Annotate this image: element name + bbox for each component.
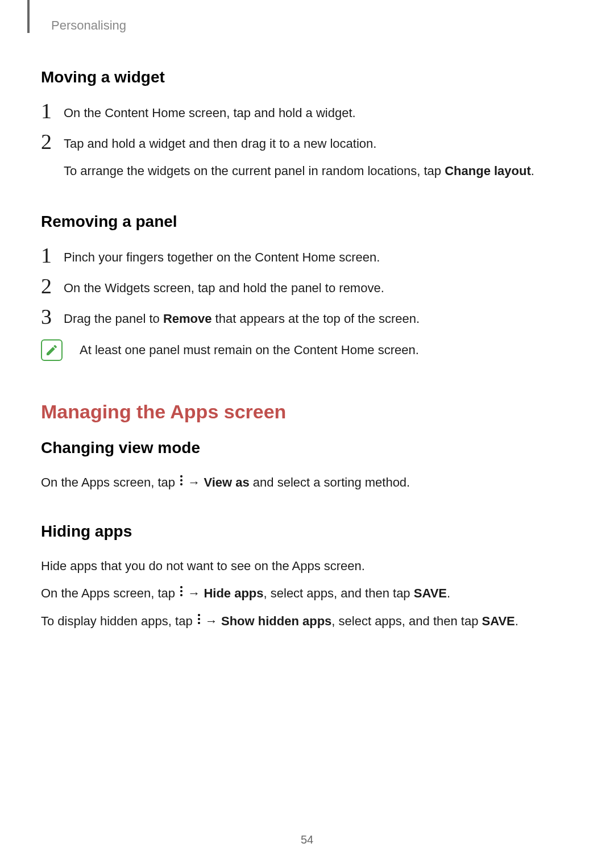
header-tab-marker [27,0,30,33]
ha2-arrow: → [184,586,204,600]
more-options-icon [179,472,184,492]
step-text: On the Widgets screen, tap and hold the … [64,277,564,298]
heading-hiding-apps: Hiding apps [41,522,564,541]
step-sub-post: . [531,164,534,178]
hiding-apps-line2: On the Apps screen, tap → Hide apps, sel… [41,584,564,604]
svg-point-1 [180,479,182,481]
ha3-bold2: SAVE [482,614,515,628]
cvm-bold: View as [204,475,249,489]
ha3-arrow: → [202,614,221,628]
step-text-bold: Remove [163,312,212,326]
heading-managing-apps: Managing the Apps screen [41,401,564,423]
page-number: 54 [0,833,614,846]
note-row: At least one panel must remain on the Co… [41,339,564,361]
step-text: Tap and hold a widget and then drag it t… [64,133,564,181]
step-3-removing-panel: 3 Drag the panel to Remove that appears … [41,308,564,329]
more-options-icon [196,611,202,630]
step-number: 3 [41,306,64,327]
step-number: 2 [41,131,64,152]
changing-view-mode-text: On the Apps screen, tap → View as and se… [41,473,564,493]
cvm-post: and select a sorting method. [250,475,410,489]
step-2-moving-widget: 2 Tap and hold a widget and then drag it… [41,133,564,181]
step-number: 2 [41,275,64,297]
svg-point-0 [180,475,182,477]
ha3-mid: , select apps, and then tap [331,614,482,628]
ha2-bold: Hide apps [204,586,263,600]
svg-point-4 [180,590,182,592]
svg-point-6 [198,614,200,616]
step-number: 1 [41,100,64,122]
ha2-pre: On the Apps screen, tap [41,586,179,600]
svg-point-7 [198,618,200,620]
page-content: Moving a widget 1 On the Content Home sc… [41,57,564,639]
step-sub-pre: To arrange the widgets on the current pa… [64,164,445,178]
heading-moving-widget: Moving a widget [41,68,564,86]
svg-point-8 [198,622,200,624]
step-2-removing-panel: 2 On the Widgets screen, tap and hold th… [41,277,564,298]
cvm-pre: On the Apps screen, tap [41,475,179,489]
step-text: Drag the panel to Remove that appears at… [64,308,564,329]
step-text-post: that appears at the top of the screen. [212,312,420,326]
step-text-line: Tap and hold a widget and then drag it t… [64,136,376,151]
hiding-apps-line3: To display hidden apps, tap → Show hidde… [41,612,564,632]
svg-point-3 [180,586,182,588]
ha2-bold2: SAVE [414,586,447,600]
hiding-apps-line1: Hide apps that you do not want to see on… [41,556,564,576]
step-number: 1 [41,244,64,266]
pencil-note-icon [45,343,59,357]
ha3-post: . [515,614,518,628]
note-icon [41,339,63,361]
ha3-pre: To display hidden apps, tap [41,614,196,628]
step-text: On the Content Home screen, tap and hold… [64,102,564,123]
note-text: At least one panel must remain on the Co… [80,340,419,359]
header-section-label: Personalising [51,18,126,33]
svg-point-2 [180,483,182,485]
svg-point-5 [180,594,182,596]
more-options-icon [179,583,184,603]
step-text-sub: To arrange the widgets on the current pa… [64,161,564,181]
step-sub-bold: Change layout [445,164,531,178]
ha2-mid: , select apps, and then tap [264,586,414,600]
step-1-removing-panel: 1 Pinch your fingers together on the Con… [41,247,564,267]
cvm-arrow: → [184,475,204,489]
step-text-pre: Drag the panel to [64,312,163,326]
heading-removing-panel: Removing a panel [41,213,564,231]
ha3-bold: Show hidden apps [221,614,331,628]
step-text: Pinch your fingers together on the Conte… [64,247,564,267]
heading-changing-view-mode: Changing view mode [41,439,564,457]
ha2-post: . [447,586,450,600]
step-1-moving-widget: 1 On the Content Home screen, tap and ho… [41,102,564,123]
